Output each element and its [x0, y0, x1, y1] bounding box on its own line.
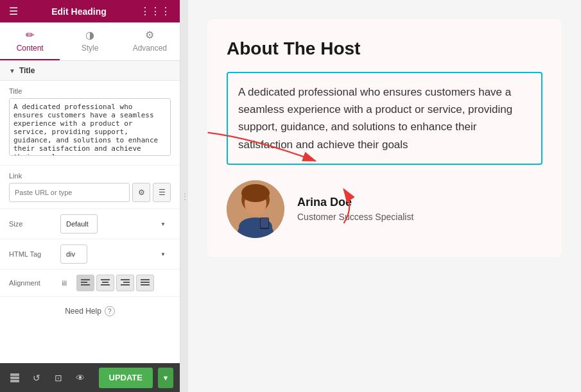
link-field-label: Link [9, 172, 171, 180]
content-tab-icon: ✏ [26, 29, 34, 41]
content-area: About The Host A dedicated professional … [207, 19, 562, 257]
svg-rect-2 [81, 284, 90, 285]
panel-body: ▼ Title Title Link ⚙ ☰ Size Default Smal… [0, 61, 180, 363]
panel-title: Edit Heading [51, 6, 107, 17]
responsive-icon[interactable]: ⊡ [50, 369, 67, 387]
left-panel: ☰ Edit Heading ⋮⋮⋮ ✏ Content ◑ Style ⚙ A… [0, 0, 180, 392]
alignment-monitor-icon: 🖥 [60, 279, 67, 287]
html-tag-row: HTML Tag div h1 h2 h3 h4 h5 h6 p span [0, 239, 180, 269]
right-panel: About The Host A dedicated professional … [188, 0, 581, 392]
align-right-button[interactable] [116, 275, 134, 291]
host-avatar [227, 180, 284, 238]
svg-rect-26 [261, 218, 268, 228]
alignment-buttons [76, 275, 154, 291]
help-icon: ? [105, 306, 115, 316]
section-title-row: ▼ Title [0, 61, 180, 81]
svg-rect-12 [141, 279, 150, 280]
resize-dots-icon: ⋮ [180, 191, 188, 201]
align-center-button[interactable] [96, 275, 114, 291]
panel-footer: ↺ ⊡ 👁 UPDATE ▼ [0, 363, 180, 392]
size-select-wrapper: Default Small Medium Large XL XXL [60, 214, 171, 234]
html-tag-label: HTML Tag [9, 250, 54, 258]
need-help-row[interactable]: Need Help ? [0, 297, 180, 325]
alignment-row: Alignment 🖥 [0, 269, 180, 297]
title-field-label: Title [9, 87, 171, 95]
link-list-button[interactable]: ☰ [153, 183, 171, 202]
style-tab-icon: ◑ [85, 29, 94, 41]
content-tab-label: Content [17, 44, 44, 53]
svg-rect-9 [123, 282, 130, 283]
alignment-label: Alignment [9, 279, 54, 287]
svg-rect-1 [81, 282, 87, 283]
svg-point-22 [241, 184, 270, 202]
svg-rect-18 [10, 380, 19, 382]
update-button[interactable]: UPDATE [99, 368, 153, 388]
svg-rect-5 [102, 282, 108, 283]
advanced-tab-icon: ⚙ [145, 29, 154, 41]
svg-rect-14 [141, 284, 150, 285]
host-description-box: A dedicated professional who ensures cus… [227, 72, 542, 165]
align-left-button[interactable] [76, 275, 94, 291]
eye-icon[interactable]: 👁 [72, 369, 89, 387]
resize-handle[interactable]: ⋮ [180, 0, 188, 392]
link-input[interactable] [9, 183, 130, 202]
link-field-row: Link ⚙ ☰ [0, 166, 180, 209]
host-section-title: About The Host [227, 38, 542, 59]
host-profile-row: Arina Doe Customer Success Specialist [227, 180, 542, 238]
svg-rect-8 [121, 279, 130, 280]
align-justify-button[interactable] [136, 275, 154, 291]
collapse-arrow-icon[interactable]: ▼ [9, 67, 15, 74]
title-field-row: Title [0, 81, 180, 166]
host-info: Arina Doe Customer Success Specialist [297, 196, 413, 222]
html-tag-select-wrapper: div h1 h2 h3 h4 h5 h6 p span [60, 244, 171, 264]
link-input-group: ⚙ ☰ [9, 183, 171, 202]
advanced-tab-label: Advanced [133, 44, 167, 53]
undo-icon[interactable]: ↺ [28, 369, 45, 387]
panel-tabs: ✏ Content ◑ Style ⚙ Advanced [0, 22, 180, 61]
svg-rect-16 [10, 373, 19, 376]
need-help-text: Need Help [65, 307, 101, 316]
hamburger-icon[interactable]: ☰ [9, 5, 18, 17]
svg-rect-0 [81, 279, 90, 280]
section-title-label: Title [19, 66, 35, 75]
grid-icon[interactable]: ⋮⋮⋮ [140, 5, 171, 17]
svg-rect-4 [101, 279, 110, 280]
title-textarea[interactable] [9, 98, 171, 156]
svg-rect-17 [10, 377, 19, 379]
host-role: Customer Success Specialist [297, 212, 413, 222]
svg-rect-10 [121, 284, 130, 285]
tab-advanced[interactable]: ⚙ Advanced [120, 22, 180, 60]
host-description-text: A dedicated professional who ensures cus… [238, 86, 512, 151]
update-dropdown-button[interactable]: ▼ [158, 368, 173, 388]
tab-style[interactable]: ◑ Style [60, 22, 119, 60]
svg-rect-6 [101, 284, 110, 285]
link-settings-button[interactable]: ⚙ [132, 183, 150, 202]
panel-header: ☰ Edit Heading ⋮⋮⋮ [0, 0, 180, 22]
svg-rect-13 [141, 282, 150, 283]
style-tab-label: Style [82, 44, 99, 53]
size-row: Size Default Small Medium Large XL XXL [0, 209, 180, 239]
html-tag-select[interactable]: div h1 h2 h3 h4 h5 h6 p span [60, 244, 87, 264]
size-select[interactable]: Default Small Medium Large XL XXL [60, 214, 98, 234]
size-label: Size [9, 220, 54, 228]
tab-content[interactable]: ✏ Content [0, 22, 60, 60]
host-name: Arina Doe [297, 196, 413, 209]
layers-icon[interactable] [6, 369, 23, 387]
